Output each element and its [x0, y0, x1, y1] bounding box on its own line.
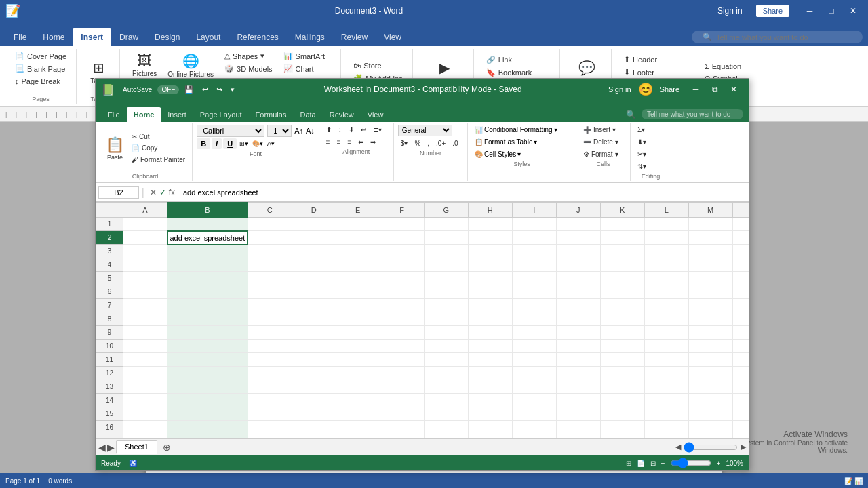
grid-cell[interactable]	[468, 380, 512, 394]
grid-cell[interactable]	[292, 231, 336, 245]
grid-cell[interactable]	[556, 380, 600, 394]
grid-cell[interactable]	[644, 312, 688, 326]
grid-cell[interactable]	[292, 312, 336, 326]
word-tab-view[interactable]: View	[376, 28, 410, 46]
grid-cell[interactable]	[380, 299, 424, 312]
grid-cell[interactable]	[336, 218, 380, 231]
grid-cell[interactable]	[336, 299, 380, 312]
word-signin-btn[interactable]: Sign in	[717, 6, 743, 16]
grid-cell[interactable]	[123, 245, 167, 258]
grid-cell[interactable]	[600, 218, 644, 231]
row-number[interactable]: 10	[96, 340, 123, 353]
grid-cell[interactable]	[336, 394, 380, 407]
grid-cell[interactable]	[688, 272, 732, 285]
excel-scroll-left-btn[interactable]: ◀	[675, 443, 681, 451]
excel-share-btn[interactable]: Share	[660, 85, 679, 94]
grid-cell[interactable]	[732, 353, 749, 367]
excel-tab-home[interactable]: Home	[127, 107, 161, 122]
excel-tab-view[interactable]: View	[361, 107, 391, 122]
grid-cell[interactable]	[732, 421, 749, 434]
excel-horizontal-scroll[interactable]	[684, 442, 738, 453]
word-link-btn[interactable]: 🔗 Link	[482, 54, 516, 66]
grid-cell[interactable]	[380, 394, 424, 407]
grid-cell[interactable]	[556, 312, 600, 326]
grid-cell[interactable]	[732, 367, 749, 380]
grid-cell[interactable]	[468, 258, 512, 272]
grid-cell[interactable]: add excel spreadsheet	[167, 231, 248, 245]
grid-cell[interactable]	[512, 285, 556, 299]
excel-font-family-select[interactable]: Calibri	[197, 125, 264, 137]
word-share-btn[interactable]: Share	[756, 5, 789, 17]
excel-comma-btn[interactable]: ,	[425, 138, 432, 148]
grid-cell[interactable]	[424, 258, 468, 272]
grid-cell[interactable]	[732, 272, 749, 285]
grid-cell[interactable]	[512, 326, 556, 340]
col-header-I[interactable]: I	[512, 203, 556, 218]
grid-cell[interactable]	[600, 299, 644, 312]
grid-cell[interactable]	[512, 258, 556, 272]
row-number[interactable]: 14	[96, 394, 123, 407]
grid-cell[interactable]	[123, 421, 167, 434]
row-number[interactable]: 12	[96, 367, 123, 380]
excel-decimal-increase-btn[interactable]: .0+	[433, 138, 448, 148]
word-page-break-btn[interactable]: ↕ Page Break	[11, 76, 71, 87]
col-header-N[interactable]: N	[732, 203, 749, 218]
grid-cell[interactable]	[644, 218, 688, 231]
grid-cell[interactable]	[248, 299, 292, 312]
grid-cell[interactable]	[732, 218, 749, 231]
col-header-A[interactable]: A	[123, 203, 167, 218]
grid-cell[interactable]	[336, 367, 380, 380]
grid-cell[interactable]	[167, 258, 248, 272]
grid-cell[interactable]	[688, 407, 732, 421]
grid-cell[interactable]	[600, 326, 644, 340]
word-smartart-btn[interactable]: 📊 SmartArt	[279, 50, 336, 62]
grid-cell[interactable]	[424, 245, 468, 258]
grid-cell[interactable]	[123, 299, 167, 312]
grid-cell[interactable]	[644, 326, 688, 340]
grid-cell[interactable]	[380, 407, 424, 421]
grid-cell[interactable]	[292, 340, 336, 353]
excel-cut-btn[interactable]: ✂ Cut	[129, 131, 188, 142]
excel-tab-page-layout[interactable]: Page Layout	[193, 107, 249, 122]
excel-undo-btn[interactable]: ↩	[199, 84, 211, 96]
grid-cell[interactable]	[556, 421, 600, 434]
grid-cell[interactable]	[248, 312, 292, 326]
grid-cell[interactable]	[468, 407, 512, 421]
grid-cell[interactable]	[248, 218, 292, 231]
word-maximize-btn[interactable]: □	[822, 1, 841, 20]
grid-cell[interactable]	[292, 421, 336, 434]
grid-cell[interactable]	[167, 285, 248, 299]
excel-autosave-toggle[interactable]: OFF	[157, 85, 179, 94]
excel-minimize-btn[interactable]: ─	[686, 80, 705, 99]
excel-add-sheet-btn[interactable]: ⊕	[159, 441, 175, 454]
grid-cell[interactable]	[468, 367, 512, 380]
grid-cell[interactable]	[512, 299, 556, 312]
grid-cell[interactable]	[248, 245, 292, 258]
excel-autosum-btn[interactable]: Σ▾	[635, 125, 667, 135]
word-equation-btn[interactable]: Σ Equation	[701, 61, 745, 72]
excel-delete-btn[interactable]: ➖ Delete▾	[580, 137, 626, 147]
word-tab-design[interactable]: Design	[146, 28, 188, 46]
grid-cell[interactable]	[732, 285, 749, 299]
grid-cell[interactable]	[248, 326, 292, 340]
grid-cell[interactable]	[644, 353, 688, 367]
grid-cell[interactable]	[336, 272, 380, 285]
excel-font-size-select[interactable]: 11	[267, 125, 292, 137]
row-number[interactable]: 7	[96, 299, 123, 312]
grid-cell[interactable]	[336, 312, 380, 326]
excel-font-color-btn[interactable]: A▾	[266, 139, 276, 148]
excel-tab-data[interactable]: Data	[293, 107, 322, 122]
excel-bold-btn[interactable]: B	[197, 138, 210, 149]
grid-cell[interactable]	[600, 421, 644, 434]
word-tab-file[interactable]: File	[5, 28, 35, 46]
grid-cell[interactable]	[556, 367, 600, 380]
grid-cell[interactable]	[732, 231, 749, 245]
grid-cell[interactable]	[123, 326, 167, 340]
grid-cell[interactable]	[123, 285, 167, 299]
confirm-formula-icon[interactable]: ✓	[159, 188, 166, 197]
grid-cell[interactable]	[600, 231, 644, 245]
grid-cell[interactable]	[292, 380, 336, 394]
grid-cell[interactable]	[688, 285, 732, 299]
grid-cell[interactable]	[644, 299, 688, 312]
grid-cell[interactable]	[424, 353, 468, 367]
